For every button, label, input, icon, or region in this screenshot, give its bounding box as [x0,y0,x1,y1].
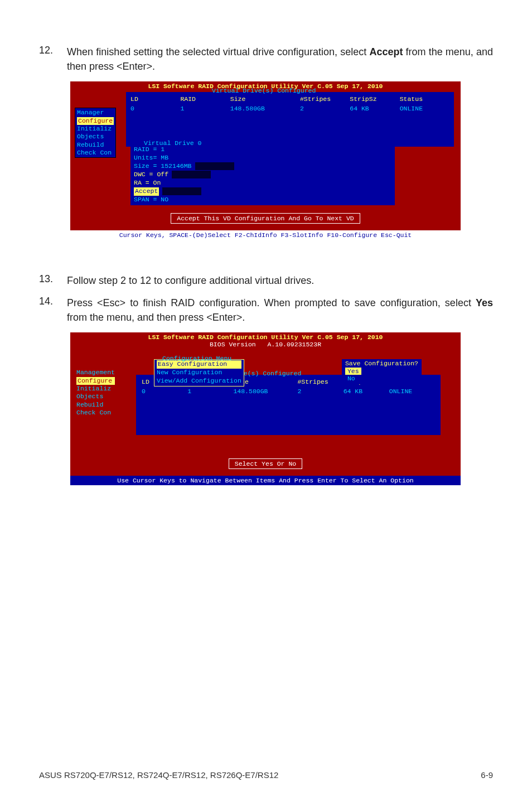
cfg-new[interactable]: New Configuration [157,369,241,377]
step-14: 14. Press <Esc> to finish RAID configura… [39,296,493,325]
table-row: 0 1 148.580GB 2 64 KB ONLINE [126,104,454,113]
th-status: Status [400,95,449,103]
cfg-view[interactable]: View/Add Configuration [157,377,241,385]
vd-configured-label: Virtual Drive(s) Configured [210,87,318,94]
step-text-bold: Yes [476,297,493,308]
save-label: Save Configuration? [345,360,418,367]
menu-item-objects[interactable]: Objects [76,393,115,400]
footer-right: 6-9 [481,770,493,780]
td-stripsz: 64 KB [344,388,389,395]
field-box [162,187,201,195]
menu-item-check[interactable]: Check Con [76,409,115,417]
td-raid: 1 [180,105,230,112]
left-menu: Manager Configure Initializ Objects Rebu… [75,108,116,158]
vd0-settings: Virtual Drive 0 RAID = 1 Units= MB Size … [130,144,395,205]
vd0-dwc: DWC = Off [134,171,168,178]
step-number: 13. [39,273,67,288]
th-size: Size [230,95,300,103]
step-number: 12. [39,45,67,74]
bios-footer: Use Cursor Keys to Navigate Between Item… [70,476,461,485]
td-raid: 1 [187,388,233,395]
bios-screenshot-2: LSI Software RAID Configuration Utility … [70,332,461,485]
bios-footer: Cursor Keys, SPACE-(De)Select F2-ChIdInf… [70,230,461,240]
table-header: LD RAID Size #Stripes StripSz Status [126,94,454,104]
step-number: 14. [39,296,67,325]
td-size: 148.580GB [233,388,297,395]
menu-label: Manager [77,109,114,117]
vd0-accept[interactable]: Accept [134,187,159,196]
bios-msg-row: Accept This VD Configuration And Go To N… [70,209,461,230]
table-row: 0 1 148.580GB 2 64 KB ONLINE [137,386,439,396]
bios-screenshot-1: LSI Software RAID Configuration Utility … [70,81,461,240]
vd0-size: Size = 152146MB [134,162,192,170]
td-stripes: 2 [297,388,343,395]
vd0-units: Units= MB [134,154,168,161]
bios-version: BIOS Version A.10.09231523R [70,341,461,348]
left-menu: Management Configure Initializ Objects R… [75,368,117,417]
th-stripes: #Stripes [300,95,350,103]
td-stripes: 2 [300,105,350,112]
step-text-bold: Accept [369,46,403,57]
td-status: ONLINE [400,105,449,112]
mgmt-label: Management [76,369,115,376]
menu-item-configure[interactable]: Configure [77,117,114,125]
td-ld: 0 [130,105,180,112]
footer-left: ASUS RS720Q-E7/RS12, RS724Q-E7/RS12, RS7… [39,770,278,780]
step-text: When finished setting the selected virtu… [67,45,493,74]
vd0-span: SPAN = NO [134,196,168,203]
page-footer: ASUS RS720Q-E7/RS12, RS724Q-E7/RS12, RS7… [39,770,493,780]
save-no[interactable]: No [345,375,418,382]
td-status: ONLINE [389,388,435,395]
menu-item-objects[interactable]: Objects [77,133,114,141]
menu-item-rebuild[interactable]: Rebuild [76,401,115,409]
step-text-prefix: Press <Esc> to finish RAID configuration… [67,297,476,308]
vd0-label: Virtual Drive 0 [144,139,202,148]
bios-msg: Accept This VD Configuration And Go To N… [171,213,360,224]
td-stripsz: 64 KB [350,105,399,112]
menu-item-rebuild[interactable]: Rebuild [77,141,114,149]
field-box [195,162,234,170]
field-box [172,171,211,178]
step-text-prefix: When finished setting the selected virtu… [67,46,369,57]
bios-title: LSI Software RAID Configuration Utility … [70,332,461,341]
th-ld: LD [130,95,180,103]
td-size: 148.580GB [230,105,300,112]
step-text: Follow step 2 to 12 to configure additio… [67,273,493,288]
th-stripsz: StripSz [350,95,399,103]
bios-msg-row: Select Yes Or No [70,454,461,476]
menu-item-configure[interactable]: Configure [76,377,115,385]
save-yes[interactable]: Yes [345,368,361,375]
th-stripes: #Stripes [297,378,343,385]
step-13: 13. Follow step 2 to 12 to configure add… [39,273,493,288]
step-text-suffix: from the menu, and then press <Enter>. [67,312,245,323]
configuration-menu: Configuration Menu Easy Configuration Ne… [154,359,244,386]
save-configuration-box: Save Configuration? Yes No [342,359,422,384]
menu-item-initialize[interactable]: Initializ [76,385,115,393]
bios-msg: Select Yes Or No [229,458,302,469]
vd0-ra: RA = On [134,179,161,186]
step-text: Press <Esc> to finish RAID configuration… [67,296,493,325]
step-12: 12. When finished setting the selected v… [39,45,493,74]
td-ld: 0 [142,388,187,395]
th-raid: RAID [180,95,230,103]
menu-item-initialize[interactable]: Initializ [77,125,114,133]
menu-item-check[interactable]: Check Con [77,149,114,157]
